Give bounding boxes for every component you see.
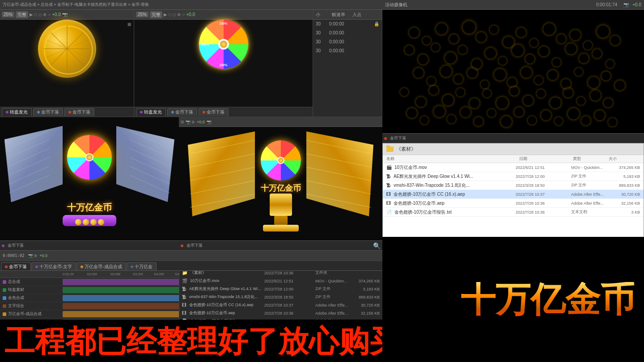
coin-particle: [534, 76, 543, 84]
zoom-level[interactable]: 25%: [2, 12, 14, 17]
bl-spin-wheel: [67, 135, 112, 180]
tab-center-2[interactable]: 金币下落: [167, 108, 197, 116]
tab-left-1[interactable]: 转盘发光: [2, 108, 32, 116]
track-color-4: [3, 312, 6, 316]
bl-wheel-center: [85, 153, 93, 161]
track-color-0: [3, 280, 6, 284]
track-label-2: 金色合成: [0, 295, 63, 301]
gold-wing-right-svg: [306, 131, 373, 216]
fb-size-6: 3 KB: [609, 210, 640, 215]
magnifier: 🔍: [373, 242, 381, 249]
list-row-2[interactable]: 30 0:00:00: [313, 29, 382, 38]
coin-particle: [414, 68, 424, 78]
list-row-4[interactable]: 30 0:00:00: [313, 46, 382, 55]
tab-center-3[interactable]: 金币下落: [199, 108, 229, 116]
left-canvas: [0, 20, 134, 78]
left-wing-svg: [4, 126, 63, 202]
list-panel-toolbar: 小 帧速率 入点: [313, 10, 382, 20]
timeline-tab-4[interactable]: 十万亿金: [127, 262, 157, 270]
file-size-4: 30,720 KB: [351, 303, 380, 307]
tab-left-3[interactable]: 金币下落: [64, 108, 94, 116]
list-row-3[interactable]: 30 0:00:00: [313, 38, 382, 46]
center-panel-toolbar: 25% 完整 ▶ □ ◇ ⊕ ○ +0.0: [134, 10, 313, 20]
coin-particle: [405, 46, 414, 55]
fc-name: 名称: [386, 156, 519, 162]
file-size-2: 5,183 KB: [351, 287, 380, 291]
bl-indicator: [2, 244, 4, 247]
project-row[interactable]: 🎬 10万亿金币.mov 2022/6/21 12:51 MOV - Quick…: [179, 277, 382, 285]
coin-particle: [481, 80, 489, 88]
center-quality[interactable]: 完整: [150, 11, 162, 18]
file-browser-row[interactable]: 🎞 金色翅膀-10万亿金币 CC (16.x).aep 2022/7/28 10…: [383, 190, 644, 199]
coin-particle: [472, 59, 482, 69]
file-date-4: 2022/7/28 10:37: [264, 303, 314, 307]
gold-wing-left-svg: [188, 131, 255, 216]
track-label-1: 转盘素材: [0, 287, 63, 293]
bottom-banner-text: 工程都已经整理好了放心购买: [0, 326, 382, 356]
timecode: 0:0001:02: [3, 253, 25, 258]
coin-particle: [539, 46, 549, 56]
file-icon-0: 📁: [182, 270, 187, 275]
file-icon-5: 🎞: [182, 311, 186, 316]
bottom-right-cn-text: 十万亿金币: [461, 282, 644, 317]
project-row[interactable]: 🎞 金色翅膀-10万亿金币 CC (16.x).aep 2022/7/28 10…: [179, 301, 382, 309]
fb-size-5: 32,156 KB: [609, 201, 640, 206]
fb-date-2: 2022/7/28 12:00: [516, 174, 569, 179]
list-row-1[interactable]: 30 0:00:00 🔒: [313, 20, 382, 29]
fb-size-3: 889,833 KB: [609, 183, 640, 188]
fb-name-4: 金色翅膀-10万亿金币 CC (16.x).aep: [394, 191, 514, 198]
tab-left-2[interactable]: 金币下落: [33, 108, 63, 116]
file-browser-row[interactable]: 📄 金色翅膀-10万亿金币报告.txt 2022/7/28 10:36 文本文档…: [383, 208, 644, 217]
file-browser-row[interactable]: 🗜 AE辉光发光插件 Deep Glow v1.4.1 Wi... 2022/7…: [383, 172, 644, 181]
coin-particle: [429, 86, 438, 95]
tab-center-1[interactable]: 转盘发光: [136, 108, 166, 116]
project-row[interactable]: 🗜 vmshi-837-Win-Trapcode 15.1.8汉化... 202…: [179, 293, 382, 301]
file-icon-3: 🗜: [182, 295, 186, 299]
coin-particle: [568, 108, 579, 119]
coin-particle: [561, 79, 571, 88]
file-browser-row[interactable]: 🗜 vmshi-837-Win-Trapcode 15.1.8汉化... 202…: [383, 181, 644, 190]
coin-particle: [550, 97, 561, 108]
coin-particle: [528, 116, 536, 125]
bl-coins-row: [58, 219, 121, 227]
bm-scene: 十万亿金币: [179, 127, 382, 240]
coin-particle: [445, 52, 456, 63]
bm-indicator: [181, 244, 183, 247]
spin-wheel-preview: 100% 100% 600%: [199, 20, 248, 69]
fb-type-2: ZIP 文件: [571, 173, 607, 179]
gold-wing-right: [306, 131, 373, 216]
coin-particle: [557, 34, 566, 43]
coin-particle: [508, 78, 517, 87]
left-panel-toolbar: 25% 完整 ▶ □ ◇ ⊕ ○ +0.0 📷: [0, 10, 134, 20]
bm-icons: ⊞ 📷 ⊕: [181, 120, 195, 124]
file-browser-row[interactable]: 🎞 金色翅膀-10万亿金币.aep 2022/7/28 10:36 Adobe …: [383, 199, 644, 208]
list-col-rate: 帧速率: [332, 12, 345, 18]
file-date-1: 2022/6/21 12:51: [264, 279, 314, 283]
tab-dot-4: [131, 265, 133, 268]
coins-explosion: [382, 10, 644, 133]
coin-particle: [427, 77, 436, 85]
fb-date-3: 2022/3/28 18:50: [516, 183, 569, 188]
project-row[interactable]: 🎞 金色翅膀-10万亿金币.aep 2022/7/28 10:36 Adobe …: [179, 309, 382, 317]
coin-particle: [602, 72, 610, 80]
bl-coin-3: [90, 219, 97, 225]
file-browser-row[interactable]: 🎬 10万亿金币.mov 2022/6/21 12:51 MOV - Quick…: [383, 163, 644, 172]
project-row[interactable]: 🗜 AE辉光发光插件 Deep Glow v1.4.1 Wi... 2022/7…: [179, 285, 382, 293]
timeline-tab-3[interactable]: 万亿金币-成品合成: [76, 262, 126, 270]
coin-particle: [454, 75, 463, 84]
quality-selector[interactable]: 完整: [16, 11, 28, 18]
coin-particle: [418, 55, 428, 64]
timeline-tab-1[interactable]: 金币下落: [1, 262, 31, 270]
bl-coin-4: [98, 219, 104, 225]
bottom-left-canvas: 金币下落: [0, 117, 179, 250]
coin-particle: [564, 88, 573, 97]
lp-plus: +0.0: [632, 2, 641, 7]
coin-particle: [432, 43, 440, 51]
coin-particle: [543, 23, 555, 35]
timeline-tab-2[interactable]: 十万亿金币-文字: [31, 262, 76, 270]
coin-particle: [595, 110, 605, 120]
folder-tab: [386, 145, 390, 147]
fb-icon-1: 🎬: [386, 165, 392, 170]
center-zoom[interactable]: 25%: [136, 12, 148, 17]
trophy-stem: [274, 216, 288, 225]
